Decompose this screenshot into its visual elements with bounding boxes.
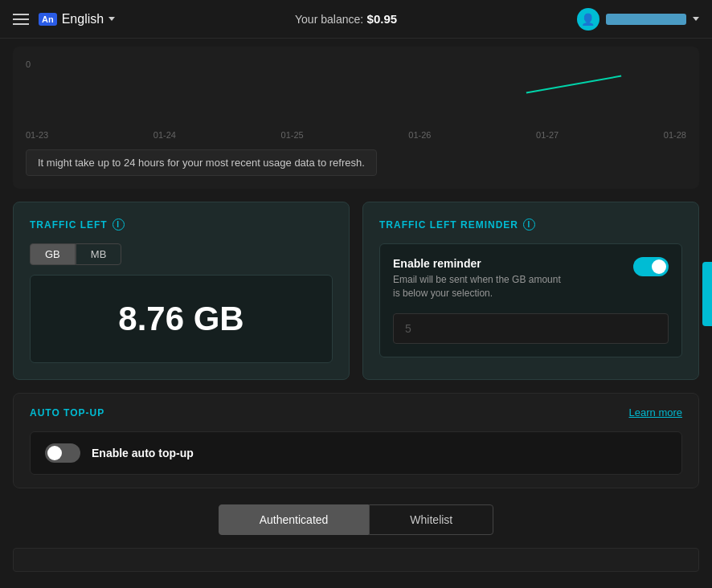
- reminder-toggle[interactable]: [633, 257, 669, 276]
- chart-date-2: 01-24: [153, 130, 176, 140]
- reminder-text: Enable reminder Email will be sent when …: [393, 257, 570, 300]
- menu-button[interactable]: [13, 14, 29, 25]
- toggle-slider-off: [45, 443, 80, 463]
- traffic-reminder-title: TRAFFIC LEFT REMINDER i: [379, 218, 682, 231]
- chart-section: 0 01-23 01-24 01-25 01-26 01-27 01-28 It…: [13, 47, 699, 189]
- chart-date-5: 01-27: [536, 130, 559, 140]
- panels-row: TRAFFIC LEFT i GB MB 8.76 GB TRAFFIC LEF…: [13, 202, 699, 380]
- bottom-partial-panel: [13, 548, 699, 572]
- username-blurred: [606, 14, 686, 25]
- traffic-value: 8.76 GB: [118, 300, 243, 337]
- traffic-left-title: TRAFFIC LEFT i: [30, 218, 333, 231]
- avatar: 👤: [577, 8, 599, 31]
- sidebar-edge-tab[interactable]: [702, 262, 712, 326]
- auto-topup-toggle[interactable]: [45, 443, 80, 463]
- toggle-slider: [633, 257, 669, 276]
- language-label: English: [62, 12, 104, 27]
- lang-box-label: An: [39, 13, 57, 26]
- language-selector[interactable]: An English: [39, 12, 115, 27]
- traffic-reminder-panel: TRAFFIC LEFT REMINDER i Enable reminder …: [362, 202, 699, 380]
- traffic-reminder-info-icon[interactable]: i: [523, 218, 535, 231]
- chart-date-4: 01-26: [408, 130, 431, 140]
- header-right: 👤: [577, 8, 699, 31]
- traffic-left-panel: TRAFFIC LEFT i GB MB 8.76 GB: [13, 202, 350, 380]
- auto-topup-header: AUTO TOP-UP Learn more: [30, 406, 682, 419]
- auto-topup-label: Enable auto top-up: [92, 447, 194, 459]
- traffic-display: 8.76 GB: [30, 275, 333, 363]
- reminder-box: Enable reminder Email will be sent when …: [379, 243, 682, 357]
- chart-date-3: 01-25: [281, 130, 304, 140]
- reminder-threshold-input[interactable]: [393, 313, 669, 344]
- unit-mb-button[interactable]: MB: [76, 243, 122, 265]
- chart-zero-label: 0: [26, 59, 31, 69]
- learn-more-link[interactable]: Learn more: [629, 406, 682, 419]
- balance-section: Your balance: $0.95: [295, 12, 397, 27]
- chart-info-text: It might take up to 24 hours for your mo…: [26, 149, 377, 176]
- header-left: An English: [13, 12, 115, 27]
- reminder-desc: Email will be sent when the GB amount is…: [393, 273, 570, 300]
- user-menu-chevron-icon[interactable]: [693, 17, 699, 21]
- chart-date-6: 01-28: [664, 130, 686, 140]
- reminder-enable-label: Enable reminder: [393, 257, 570, 270]
- auto-topup-title: AUTO TOP-UP: [30, 407, 104, 419]
- chevron-down-icon: [108, 17, 115, 21]
- chart-canvas: 0: [26, 59, 686, 124]
- auto-topup-section: AUTO TOP-UP Learn more Enable auto top-u…: [13, 393, 699, 488]
- tabs-row: Authenticated Whitelist: [13, 504, 699, 535]
- tab-authenticated[interactable]: Authenticated: [219, 504, 370, 535]
- header: An English Your balance: $0.95 👤: [0, 0, 712, 39]
- balance-label: Your balance:: [295, 13, 363, 26]
- chart-line: [526, 76, 622, 94]
- balance-amount: $0.95: [367, 12, 398, 26]
- traffic-left-info-icon[interactable]: i: [113, 218, 125, 231]
- unit-gb-button[interactable]: GB: [30, 243, 76, 265]
- reminder-header: Enable reminder Email will be sent when …: [393, 257, 669, 300]
- chart-date-1: 01-23: [26, 130, 48, 140]
- chart-dates: 01-23 01-24 01-25 01-26 01-27 01-28: [26, 130, 686, 140]
- unit-toggle: GB MB: [30, 243, 333, 265]
- tab-whitelist[interactable]: Whitelist: [369, 504, 493, 535]
- auto-topup-row: Enable auto top-up: [30, 431, 682, 475]
